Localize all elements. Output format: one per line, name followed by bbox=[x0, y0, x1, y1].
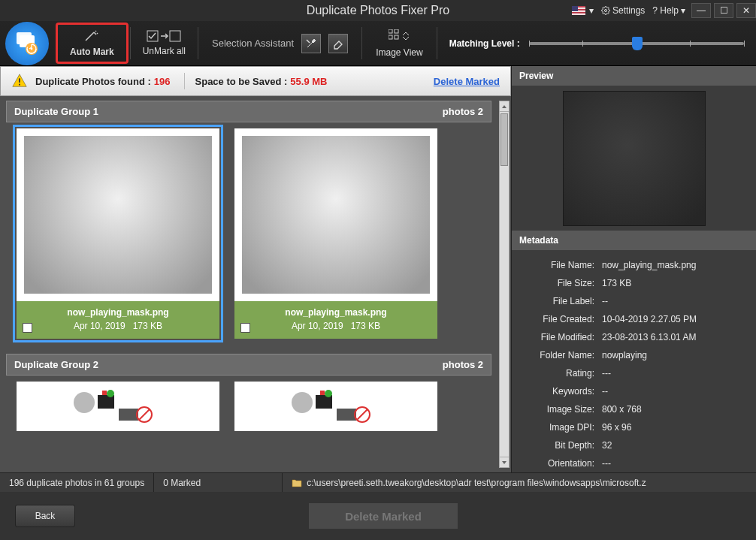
svg-rect-8 bbox=[395, 29, 398, 33]
selection-tool-1-button[interactable] bbox=[301, 34, 321, 53]
preview-box bbox=[512, 86, 756, 231]
warning-icon bbox=[11, 73, 28, 89]
thumbnail-filename: now_playing_mask.png bbox=[21, 307, 215, 318]
side-panel: Preview Metadata File Name:now_playing_m… bbox=[511, 66, 756, 472]
metadata-header: Metadata bbox=[512, 231, 756, 250]
svg-rect-10 bbox=[395, 35, 398, 39]
group-header[interactable]: Duplicate Group 1 photos 2 bbox=[6, 101, 491, 122]
close-button[interactable]: ✕ bbox=[736, 3, 756, 18]
help-link[interactable]: ? Help ▾ bbox=[649, 5, 688, 16]
svg-rect-22 bbox=[320, 391, 325, 395]
svg-point-13 bbox=[74, 392, 95, 413]
thumbnail-checkbox[interactable] bbox=[23, 323, 32, 333]
action-bar: Back Delete Marked bbox=[0, 492, 756, 540]
main-panel: Duplicate Photos found : 196 Space to be… bbox=[0, 66, 511, 472]
thumbnail-checkbox[interactable] bbox=[240, 323, 250, 333]
metadata-table: File Name:now_playing_mask.png File Size… bbox=[512, 250, 756, 472]
gear-icon bbox=[601, 6, 610, 15]
unmark-icon bbox=[147, 30, 181, 42]
svg-rect-9 bbox=[389, 35, 392, 39]
matching-level-control: Matching Level : bbox=[437, 21, 756, 65]
image-view-button[interactable]: Image View bbox=[362, 21, 436, 65]
metadata-row: Folder Name:nowplaying bbox=[519, 346, 748, 364]
space-value: 55.9 MB bbox=[287, 76, 330, 87]
metadata-row: Image DPI:96 x 96 bbox=[519, 418, 748, 436]
status-path: c:\users\preeti.seth.tweakorg\desktop\ad… bbox=[283, 478, 756, 488]
matching-level-slider[interactable] bbox=[529, 42, 744, 45]
status-bar: 196 duplicate photos in 61 groups 0 Mark… bbox=[0, 472, 756, 492]
photo-thumbnail[interactable]: now_playing_mask.png Apr 10, 2019 173 KB bbox=[17, 128, 219, 339]
settings-link[interactable]: Settings bbox=[598, 5, 648, 16]
chevron-down-icon bbox=[501, 460, 507, 466]
metadata-row: Keywords:-- bbox=[519, 382, 748, 400]
matching-level-label: Matching Level : bbox=[449, 38, 520, 49]
selection-tool-2-button[interactable] bbox=[328, 34, 348, 53]
delete-marked-button[interactable]: Delete Marked bbox=[308, 502, 458, 529]
tools-icon bbox=[305, 38, 317, 50]
photo-thumbnail[interactable]: now_playing_mask.png Apr 10, 2019 173 KB bbox=[234, 128, 437, 339]
svg-rect-24 bbox=[337, 409, 356, 421]
svg-line-26 bbox=[357, 409, 367, 420]
svg-point-16 bbox=[107, 390, 114, 397]
chevron-up-icon bbox=[501, 104, 507, 110]
group-count: photos 2 bbox=[443, 106, 483, 117]
svg-rect-12 bbox=[19, 84, 20, 86]
flag-us-icon bbox=[572, 6, 585, 15]
status-marked: 0 Marked bbox=[154, 478, 282, 488]
folder-icon bbox=[292, 478, 302, 488]
selection-assistant: Selection Assistant bbox=[198, 21, 361, 65]
chevron-down-icon: ▾ bbox=[589, 5, 594, 16]
metadata-row: Bit Depth:32 bbox=[519, 436, 748, 454]
preview-image bbox=[563, 91, 706, 226]
wand-icon bbox=[83, 29, 100, 43]
language-selector[interactable]: ▾ bbox=[569, 5, 597, 16]
auto-mark-button[interactable]: Auto Mark bbox=[56, 23, 129, 64]
metadata-row: File Label:-- bbox=[519, 292, 748, 310]
scroll-down-button[interactable] bbox=[500, 457, 509, 467]
thumbnail-date: Apr 10, 2019 bbox=[74, 321, 125, 331]
toolbar: Auto Mark UnMark all Selection Assistant… bbox=[0, 21, 756, 66]
svg-point-23 bbox=[325, 390, 332, 397]
found-label: Duplicate Photos found : bbox=[35, 76, 151, 87]
group-title: Duplicate Group 2 bbox=[14, 359, 98, 370]
metadata-row: Rating:--- bbox=[519, 364, 748, 382]
content: Duplicate Photos found : 196 Space to be… bbox=[0, 66, 756, 472]
metadata-row: Orientation:--- bbox=[519, 454, 748, 472]
photo-thumbnail[interactable] bbox=[234, 382, 437, 431]
svg-rect-15 bbox=[102, 391, 107, 395]
unmark-all-button[interactable]: UnMark all bbox=[131, 21, 198, 65]
svg-rect-6 bbox=[170, 31, 180, 41]
info-bar: Duplicate Photos found : 196 Space to be… bbox=[0, 66, 511, 96]
minimize-icon: — bbox=[697, 5, 706, 16]
svg-rect-7 bbox=[389, 29, 392, 33]
results-area: Duplicate Group 1 photos 2 now_playing_m… bbox=[0, 96, 511, 472]
maximize-button[interactable]: ☐ bbox=[714, 3, 733, 18]
delete-marked-link[interactable]: Delete Marked bbox=[434, 76, 500, 87]
scroll-up-button[interactable] bbox=[500, 101, 509, 112]
thumbnail-size: 173 KB bbox=[351, 321, 380, 331]
svg-point-20 bbox=[292, 392, 313, 413]
preview-header: Preview bbox=[512, 66, 756, 86]
close-icon: ✕ bbox=[742, 5, 750, 16]
svg-rect-17 bbox=[119, 409, 138, 421]
minimize-button[interactable]: — bbox=[691, 3, 711, 18]
slider-thumb[interactable] bbox=[632, 37, 643, 50]
chevron-down-icon: ▾ bbox=[681, 5, 685, 16]
eraser-icon bbox=[332, 38, 344, 50]
metadata-row: File Name:now_playing_mask.png bbox=[519, 256, 748, 274]
metadata-row: File Size:173 KB bbox=[519, 274, 748, 292]
scrollbar-thumb[interactable] bbox=[500, 113, 508, 166]
svg-point-4 bbox=[31, 47, 33, 50]
group-header[interactable]: Duplicate Group 2 photos 2 bbox=[6, 354, 491, 376]
group-title: Duplicate Group 1 bbox=[14, 106, 98, 117]
thumbnail-filename: now_playing_mask.png bbox=[239, 307, 433, 318]
vertical-scrollbar[interactable] bbox=[499, 101, 510, 468]
title-bar: Duplicate Photos Fixer Pro ▾ Settings ? … bbox=[0, 0, 756, 21]
metadata-row: File Created:10-04-2019 2.27.05 PM bbox=[519, 310, 748, 328]
grid-icon bbox=[389, 29, 410, 43]
svg-line-19 bbox=[139, 409, 150, 420]
back-button[interactable]: Back bbox=[15, 505, 75, 527]
selection-assistant-label: Selection Assistant bbox=[212, 38, 294, 49]
svg-point-0 bbox=[604, 10, 606, 12]
photo-thumbnail[interactable] bbox=[17, 382, 219, 431]
